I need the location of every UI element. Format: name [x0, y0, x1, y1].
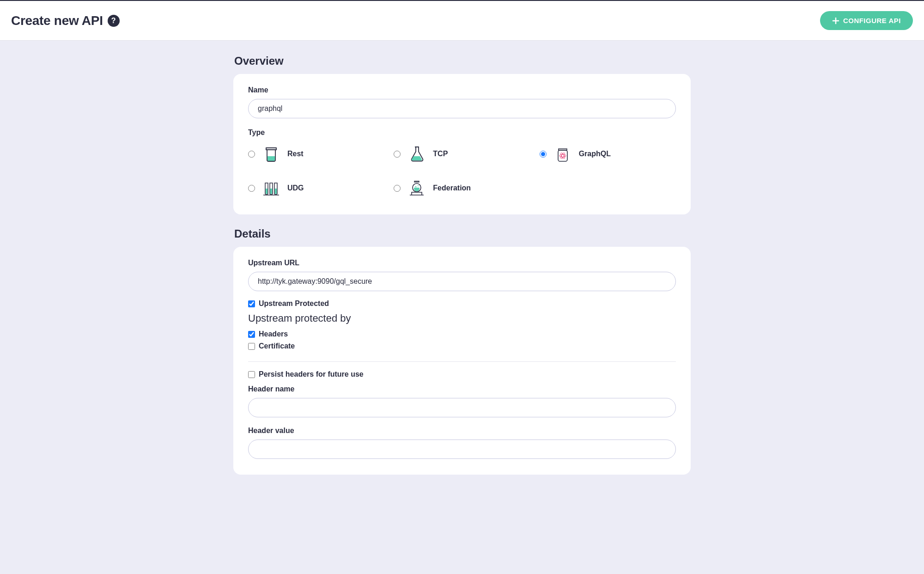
persist-headers-checkbox[interactable]	[248, 371, 255, 378]
header-value-input[interactable]	[248, 440, 676, 459]
headers-row: Headers	[248, 330, 676, 338]
radio-tcp[interactable]	[394, 151, 401, 158]
plus-icon	[832, 17, 839, 24]
card-details: Upstream URL Upstream Protected Upstream…	[233, 247, 691, 475]
type-rest-label: Rest	[287, 150, 304, 158]
upstream-url-label: Upstream URL	[248, 259, 676, 267]
divider	[248, 361, 676, 362]
title-group: Create new API ?	[11, 13, 120, 28]
type-udg-label: UDG	[287, 184, 304, 192]
certificate-row: Certificate	[248, 342, 676, 350]
card-overview: Name Type Rest TCP	[233, 74, 691, 214]
svg-point-2	[559, 154, 566, 157]
certificate-label[interactable]: Certificate	[259, 342, 295, 350]
name-label: Name	[248, 86, 676, 94]
page-header: Create new API ? CONFIGURE API	[0, 0, 924, 41]
page-title: Create new API	[11, 13, 103, 28]
persist-headers-label[interactable]: Persist headers for future use	[259, 370, 364, 379]
upstream-url-input[interactable]	[248, 272, 676, 291]
type-tcp-label: TCP	[433, 150, 448, 158]
test-tubes-icon	[261, 177, 282, 199]
beaker-icon	[261, 143, 282, 165]
help-icon[interactable]: ?	[108, 15, 120, 27]
section-title-overview: Overview	[233, 55, 691, 67]
headers-checkbox[interactable]	[248, 331, 255, 338]
type-option-tcp[interactable]: TCP	[394, 143, 530, 165]
type-option-rest[interactable]: Rest	[248, 143, 384, 165]
type-option-udg[interactable]: UDG	[248, 177, 384, 199]
type-option-graphql[interactable]: GraphQL	[540, 143, 676, 165]
svg-point-7	[418, 185, 419, 186]
section-title-details: Details	[233, 227, 691, 240]
protected-by-heading: Upstream protected by	[248, 312, 676, 324]
content-area: Overview Name Type Rest TCP	[233, 41, 691, 506]
upstream-protected-checkbox[interactable]	[248, 300, 255, 307]
radio-rest[interactable]	[248, 151, 255, 158]
type-label: Type	[248, 128, 676, 137]
name-input[interactable]	[248, 99, 676, 118]
headers-label[interactable]: Headers	[259, 330, 288, 338]
upstream-protected-label[interactable]: Upstream Protected	[259, 299, 329, 308]
header-value-label: Header value	[248, 427, 676, 435]
configure-api-button[interactable]: CONFIGURE API	[820, 11, 913, 30]
upstream-protected-row: Upstream Protected	[248, 299, 676, 308]
jar-icon	[552, 143, 573, 165]
configure-api-label: CONFIGURE API	[843, 17, 901, 24]
type-grid: Rest TCP GraphQL	[248, 143, 676, 199]
type-option-federation[interactable]: Federation	[394, 177, 530, 199]
certificate-checkbox[interactable]	[248, 343, 255, 350]
type-graphql-label: GraphQL	[579, 150, 611, 158]
header-name-input[interactable]	[248, 398, 676, 417]
type-federation-label: Federation	[433, 184, 471, 192]
radio-graphql[interactable]	[540, 151, 547, 158]
svg-point-6	[415, 186, 417, 188]
flask-icon	[406, 143, 427, 165]
radio-federation[interactable]	[394, 185, 401, 192]
persist-headers-row: Persist headers for future use	[248, 370, 676, 379]
burner-icon	[406, 177, 427, 199]
radio-udg[interactable]	[248, 185, 255, 192]
header-name-label: Header name	[248, 385, 676, 393]
